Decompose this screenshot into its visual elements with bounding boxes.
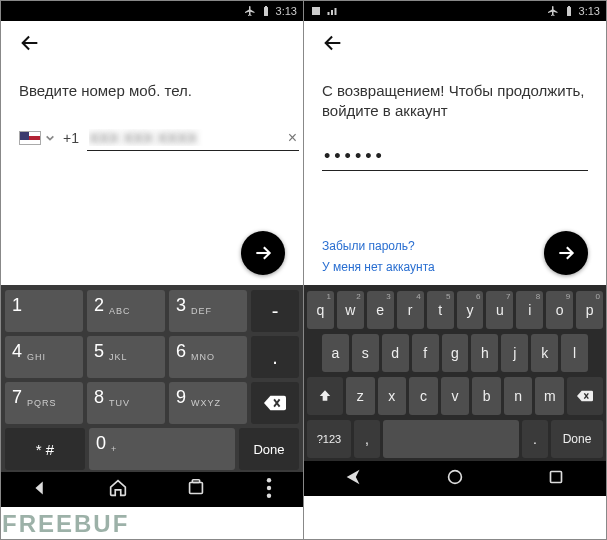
left-screen: 3:13 Введите номер моб. тел. +1 × bbox=[1, 1, 304, 539]
status-bar: 3:13 bbox=[1, 1, 303, 21]
helper-links: Забыли пароль? У меня нет аккаунта bbox=[322, 236, 435, 277]
nav-home-button[interactable] bbox=[107, 477, 129, 503]
svg-rect-9 bbox=[331, 10, 333, 15]
key-i[interactable]: i8 bbox=[516, 291, 543, 329]
key-period[interactable]: . bbox=[522, 420, 548, 458]
forgot-password-link[interactable]: Забыли пароль? bbox=[322, 236, 435, 256]
key-p[interactable]: p0 bbox=[576, 291, 603, 329]
key-backspace[interactable] bbox=[251, 382, 299, 424]
key-done[interactable]: Done bbox=[239, 428, 299, 470]
next-button[interactable] bbox=[241, 231, 285, 275]
nav-menu-button[interactable] bbox=[263, 477, 275, 503]
prompt-text: Введите номер моб. тел. bbox=[19, 81, 285, 101]
key-b[interactable]: b bbox=[472, 377, 501, 415]
nav-home-button[interactable] bbox=[444, 466, 466, 492]
next-button[interactable] bbox=[544, 231, 588, 275]
key-o[interactable]: o9 bbox=[546, 291, 573, 329]
svg-rect-8 bbox=[328, 12, 330, 15]
svg-point-5 bbox=[267, 485, 271, 489]
key-z[interactable]: z bbox=[346, 377, 375, 415]
chevron-down-icon bbox=[45, 133, 55, 143]
svg-point-13 bbox=[449, 470, 462, 483]
key-0[interactable]: 0+ bbox=[89, 428, 235, 470]
flag-us-icon bbox=[19, 131, 41, 145]
key-symbols[interactable]: * # bbox=[5, 428, 85, 470]
key--[interactable]: - bbox=[251, 290, 299, 332]
country-code: +1 bbox=[63, 130, 79, 146]
screenshot-icon bbox=[310, 5, 322, 17]
airplane-icon bbox=[547, 5, 559, 17]
key-comma[interactable]: , bbox=[354, 420, 380, 458]
status-bar: 3:13 bbox=[304, 1, 606, 21]
key-t[interactable]: t5 bbox=[427, 291, 454, 329]
key-c[interactable]: c bbox=[409, 377, 438, 415]
nav-back-button[interactable] bbox=[343, 466, 365, 492]
back-button[interactable] bbox=[322, 32, 344, 58]
prompt-text: С возвращением! Чтобы продолжить, войдит… bbox=[322, 81, 588, 122]
key-shift[interactable] bbox=[307, 377, 343, 415]
key-w[interactable]: w2 bbox=[337, 291, 364, 329]
back-button[interactable] bbox=[19, 32, 41, 58]
key-x[interactable]: x bbox=[378, 377, 407, 415]
key-n[interactable]: n bbox=[504, 377, 533, 415]
bars-icon bbox=[326, 5, 338, 17]
svg-rect-2 bbox=[190, 482, 203, 493]
no-account-link[interactable]: У меня нет аккаунта bbox=[322, 257, 435, 277]
numeric-keyboard: 12ABC3DEF-4GHI5JKL6MNO.7PQRS8TUV9WXYZ* #… bbox=[1, 285, 303, 472]
key-done[interactable]: Done bbox=[551, 420, 603, 458]
key-v[interactable]: v bbox=[441, 377, 470, 415]
key-6[interactable]: 6MNO bbox=[169, 336, 247, 378]
key-m[interactable]: m bbox=[535, 377, 564, 415]
battery-icon bbox=[563, 5, 575, 17]
status-time: 3:13 bbox=[276, 5, 297, 17]
key-f[interactable]: f bbox=[412, 334, 439, 372]
key-space[interactable] bbox=[383, 420, 519, 458]
app-content: Введите номер моб. тел. +1 × bbox=[1, 21, 303, 285]
key-k[interactable]: k bbox=[531, 334, 558, 372]
key-backspace[interactable] bbox=[567, 377, 603, 415]
key-2[interactable]: 2ABC bbox=[87, 290, 165, 332]
nav-recent-button[interactable] bbox=[545, 466, 567, 492]
key-9[interactable]: 9WXYZ bbox=[169, 382, 247, 424]
key-4[interactable]: 4GHI bbox=[5, 336, 83, 378]
svg-point-4 bbox=[267, 478, 271, 482]
country-picker[interactable] bbox=[19, 131, 55, 145]
key-l[interactable]: l bbox=[561, 334, 588, 372]
key-3[interactable]: 3DEF bbox=[169, 290, 247, 332]
key-.[interactable]: . bbox=[251, 336, 299, 378]
status-time: 3:13 bbox=[579, 5, 600, 17]
key-q[interactable]: q1 bbox=[307, 291, 334, 329]
key-s[interactable]: s bbox=[352, 334, 379, 372]
airplane-icon bbox=[244, 5, 256, 17]
svg-rect-7 bbox=[312, 7, 320, 15]
nav-bar bbox=[1, 472, 303, 507]
svg-point-6 bbox=[267, 493, 271, 497]
svg-rect-3 bbox=[192, 479, 199, 482]
svg-rect-10 bbox=[335, 8, 337, 15]
key-8[interactable]: 8TUV bbox=[87, 382, 165, 424]
key-j[interactable]: j bbox=[501, 334, 528, 372]
key-g[interactable]: g bbox=[442, 334, 469, 372]
nav-bar bbox=[304, 461, 606, 496]
qwerty-keyboard: q1w2e3r4t5y6u7i8o9p0asdfghjklzxcvbnm?123… bbox=[304, 285, 606, 461]
key-symbols[interactable]: ?123 bbox=[307, 420, 351, 458]
clear-input-button[interactable]: × bbox=[288, 129, 297, 147]
nav-back-button[interactable] bbox=[29, 477, 51, 503]
password-input[interactable]: •••••• bbox=[322, 144, 588, 171]
key-d[interactable]: d bbox=[382, 334, 409, 372]
key-y[interactable]: y6 bbox=[457, 291, 484, 329]
key-u[interactable]: u7 bbox=[486, 291, 513, 329]
key-e[interactable]: e3 bbox=[367, 291, 394, 329]
key-7[interactable]: 7PQRS bbox=[5, 382, 83, 424]
key-5[interactable]: 5JKL bbox=[87, 336, 165, 378]
right-screen: 3:13 С возвращением! Чтобы продолжить, в… bbox=[304, 1, 606, 539]
key-1[interactable]: 1 bbox=[5, 290, 83, 332]
app-content: С возвращением! Чтобы продолжить, войдит… bbox=[304, 21, 606, 285]
nav-recent-button[interactable] bbox=[185, 477, 207, 503]
key-r[interactable]: r4 bbox=[397, 291, 424, 329]
key-a[interactable]: a bbox=[322, 334, 349, 372]
phone-input[interactable] bbox=[87, 125, 299, 151]
svg-rect-14 bbox=[550, 471, 561, 482]
battery-icon bbox=[260, 5, 272, 17]
key-h[interactable]: h bbox=[471, 334, 498, 372]
